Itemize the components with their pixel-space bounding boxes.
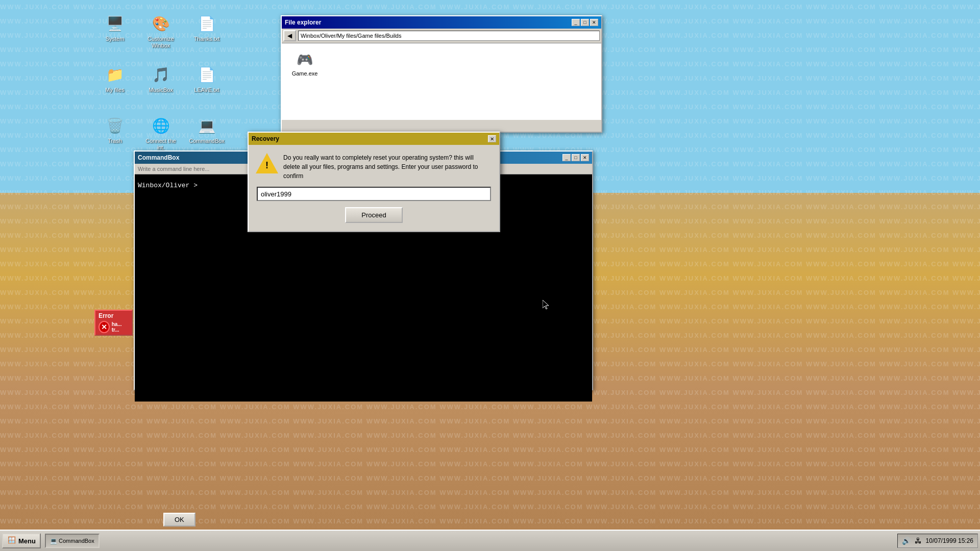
recovery-message: Do you really want to completely reset y…: [283, 153, 491, 181]
musicbox-icon-label: MusicBox: [149, 87, 173, 93]
file-game-exe[interactable]: 🎮 Game.exe: [287, 48, 323, 115]
start-icon: 🪟: [7, 536, 16, 545]
command-box-controls: _ □ ✕: [562, 154, 589, 161]
game-exe-label: Game.exe: [292, 70, 318, 77]
command-box-close-btn[interactable]: ✕: [581, 154, 589, 161]
volume-icon: 🔊: [902, 537, 911, 545]
leave-icon: 📄: [197, 64, 217, 85]
network-icon: 🖧: [915, 537, 922, 545]
connect-icon-label: Connect the int.: [143, 138, 178, 151]
desktop-icon-musicbox[interactable]: 🎵 MusicBox: [140, 61, 181, 112]
warning-icon: !: [257, 153, 277, 173]
recovery-title: Recovery: [252, 135, 279, 142]
file-explorer-minimize-btn[interactable]: _: [572, 19, 580, 26]
file-explorer-close-btn[interactable]: ✕: [590, 19, 598, 26]
file-area: 🎮 Game.exe: [282, 43, 601, 120]
taskbar-item-label: 💻 CommandBox: [50, 538, 94, 544]
recovery-body: ! Do you really want to completely reset…: [249, 145, 499, 231]
recovery-close-btn[interactable]: ✕: [488, 135, 496, 142]
error-notification: Error ✕ ha... tr...: [94, 310, 133, 336]
recovery-dialog: Recovery ✕ ! Do you really want to compl…: [248, 132, 500, 232]
recovery-titlebar[interactable]: Recovery ✕: [249, 133, 499, 145]
start-button[interactable]: 🪟 Menu: [2, 533, 41, 548]
clock-display: 10/07/1999 15:26: [926, 537, 973, 544]
desktop-icon-system[interactable]: 🖥️ System: [94, 10, 135, 61]
taskbar: 🪟 Menu 💻 CommandBox 🔊 🖧 10/07/1999 15:26: [0, 530, 980, 551]
game-exe-icon: 🎮: [296, 51, 314, 69]
file-explorer-controls: _ □ ✕: [572, 19, 598, 26]
error-text: ha... tr...: [112, 321, 129, 333]
connect-icon: 🌐: [151, 115, 171, 136]
myfiles-icon: 📁: [105, 64, 125, 85]
customize-icon: 🎨: [151, 13, 171, 34]
ok-button[interactable]: OK: [163, 513, 195, 527]
command-box-minimize-btn[interactable]: _: [562, 154, 571, 161]
trash-icon: 🗑️: [105, 115, 125, 136]
address-bar: ◀: [282, 29, 601, 43]
customize-icon-label: Customize Winbox: [143, 36, 178, 49]
myfiles-icon-label: My files: [105, 87, 124, 93]
file-explorer-maximize-btn[interactable]: □: [581, 19, 589, 26]
recovery-password-input[interactable]: [257, 187, 491, 201]
file-explorer-titlebar[interactable]: File explorer _ □ ✕: [282, 16, 601, 29]
error-title: Error: [99, 312, 113, 319]
file-explorer-title: File explorer: [285, 19, 321, 26]
system-icon: 🖥️: [105, 13, 125, 34]
leave-icon-label: LEAVE.txt: [194, 87, 219, 93]
desktop-icon-thanks[interactable]: 📄 Thanks.txt: [186, 10, 227, 61]
desktop-icon-trash[interactable]: 🗑️ Trash: [94, 112, 135, 163]
commandbox-icon-label: CommandBox: [189, 138, 225, 144]
thanks-icon: 📄: [197, 13, 217, 34]
taskbar-item-commandbox[interactable]: 💻 CommandBox: [45, 534, 100, 548]
proceed-button[interactable]: Proceed: [345, 207, 402, 223]
command-box-maximize-btn[interactable]: □: [572, 154, 580, 161]
taskbar-items: 💻 CommandBox: [45, 534, 100, 548]
commandbox-icon: 💻: [197, 115, 217, 136]
desktop-icon-myfiles[interactable]: 📁 My files: [94, 61, 135, 112]
start-label: Menu: [18, 537, 36, 545]
error-x-icon: ✕: [99, 321, 110, 333]
address-input[interactable]: [298, 31, 600, 41]
desktop-icon-leave[interactable]: 📄 LEAVE.txt: [186, 61, 227, 112]
trash-icon-label: Trash: [108, 138, 122, 144]
command-box-title: CommandBox: [138, 154, 179, 161]
file-explorer-window: File explorer _ □ ✕ ◀ 🎮 Game.exe: [281, 15, 602, 133]
taskbar-clock: 🔊 🖧 10/07/1999 15:26: [897, 534, 978, 548]
desktop: WWW.JUXIA.COM WWW.JUXIA.COM WWW.JUXIA.CO…: [0, 0, 980, 551]
recovery-message-row: ! Do you really want to completely reset…: [257, 153, 491, 181]
back-button[interactable]: ◀: [283, 30, 296, 41]
error-icon-row: ✕ ha... tr...: [99, 321, 129, 333]
desktop-icon-customize[interactable]: 🎨 Customize Winbox: [140, 10, 181, 61]
system-icon-label: System: [106, 36, 125, 42]
thanks-icon-label: Thanks.txt: [194, 36, 220, 42]
musicbox-icon: 🎵: [151, 64, 171, 85]
